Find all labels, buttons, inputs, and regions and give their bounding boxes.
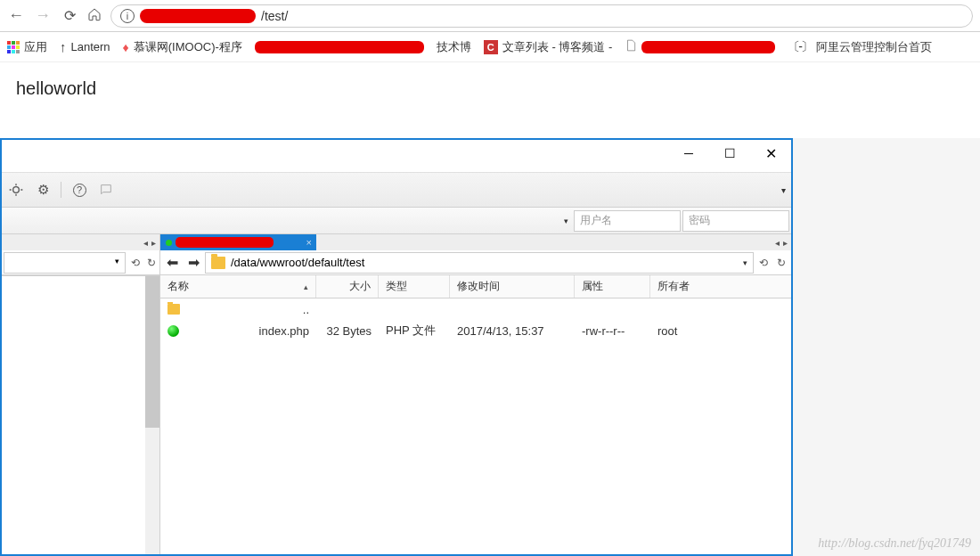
settings-icon[interactable]: ⚙ bbox=[34, 181, 52, 199]
redacted-bookmark-2 bbox=[641, 41, 775, 53]
url-path: /test/ bbox=[261, 9, 288, 23]
apps-label: 应用 bbox=[24, 39, 47, 55]
local-tabs: ◂ ▸ bbox=[2, 234, 159, 250]
remote-path-text: /data/wwwroot/default/test bbox=[231, 256, 364, 269]
folder-up-icon bbox=[167, 304, 180, 315]
apps-icon bbox=[7, 41, 20, 53]
col-type[interactable]: 类型 bbox=[379, 275, 450, 298]
remote-connection-tab[interactable]: × bbox=[160, 234, 316, 250]
tab-close-icon[interactable]: × bbox=[306, 237, 312, 248]
browser-navigation-bar: ← → ⟳ i /test/ bbox=[0, 0, 980, 32]
path-back-button[interactable]: ⬅ bbox=[162, 253, 182, 273]
password-field[interactable]: 密码 bbox=[682, 210, 789, 232]
remote-path-row: ⬅ ➡ /data/wwwroot/default/test ▾ ⟲ ↻ bbox=[160, 250, 791, 275]
page-body: helloworld bbox=[0, 62, 980, 138]
file-attrs: -rw-r--r-- bbox=[582, 324, 625, 338]
table-row[interactable]: index.php 32 Bytes PHP 文件 2017/4/13, 15:… bbox=[160, 320, 791, 341]
toolbar-icon-1[interactable] bbox=[7, 181, 25, 199]
bookmark-tech-suffix: 技术博 bbox=[437, 39, 471, 55]
quickconnect-bar: ▾ 用户名 密码 bbox=[2, 208, 791, 234]
tab-nav-left[interactable]: ◂ bbox=[143, 238, 148, 248]
local-pane: ◂ ▸ ▾ ⟲ ↻ bbox=[2, 234, 160, 554]
redacted-bookmark bbox=[255, 41, 424, 53]
home-button[interactable] bbox=[87, 7, 102, 25]
close-button[interactable]: ✕ bbox=[750, 140, 791, 167]
local-path-row: ▾ ⟲ ↻ bbox=[2, 250, 159, 275]
bookmark-lantern[interactable]: ↑ Lantern bbox=[60, 39, 110, 54]
file-type: PHP 文件 bbox=[386, 323, 436, 339]
bookmark-bar: 应用 ↑ Lantern ♦ 慕课网(IMOOC)-程序 技术博 C 文章列表 … bbox=[0, 32, 980, 62]
file-name: index.php bbox=[259, 324, 309, 338]
remote-file-list[interactable]: .. index.php 32 Bytes PHP 文件 2017/4/13, … bbox=[160, 298, 791, 554]
path-forward-button[interactable]: ➡ bbox=[184, 253, 203, 273]
toolbar-overflow[interactable]: ▾ bbox=[781, 185, 786, 195]
file-modified: 2017/4/13, 15:37 bbox=[457, 324, 544, 338]
remote-tab-strip: × ◂ ▸ bbox=[160, 234, 791, 250]
tab-nav-right[interactable]: ▸ bbox=[783, 238, 788, 248]
address-bar[interactable]: i /test/ bbox=[110, 4, 973, 28]
local-path-input[interactable]: ▾ bbox=[4, 252, 126, 274]
col-owner[interactable]: 所有者 bbox=[650, 275, 791, 298]
bookmark-imooc[interactable]: ♦ 慕课网(IMOOC)-程序 bbox=[123, 39, 242, 55]
username-field[interactable]: 用户名 bbox=[574, 210, 681, 232]
watermark: http://blog.csdn.net/fyq201749 bbox=[818, 536, 971, 551]
ftp-toolbar: ⚙ ? ▾ bbox=[2, 172, 791, 208]
back-button[interactable]: ← bbox=[7, 6, 25, 25]
col-name[interactable]: 名称▴ bbox=[160, 275, 316, 298]
local-file-list[interactable] bbox=[2, 275, 159, 554]
help-icon[interactable]: ? bbox=[70, 181, 88, 199]
svg-point-0 bbox=[13, 187, 20, 193]
reload-button[interactable]: ⟳ bbox=[61, 7, 78, 24]
file-list-header: 名称▴ 大小 类型 修改时间 属性 所有者 bbox=[160, 275, 791, 298]
lantern-icon: ↑ bbox=[60, 39, 67, 54]
local-refresh-button[interactable]: ↻ bbox=[143, 255, 159, 271]
php-file-icon bbox=[167, 325, 179, 337]
ftp-client-window: ─ ☐ ✕ ⚙ ? ▾ ▾ 用户名 密码 ◂ ▸ ▾ ⟲ bbox=[0, 138, 793, 556]
col-modified[interactable]: 修改时间 bbox=[450, 275, 575, 298]
page-text: helloworld bbox=[16, 78, 96, 98]
redacted-host bbox=[140, 9, 256, 23]
bookmark-csdn[interactable]: C 文章列表 - 博客频道 - bbox=[484, 39, 613, 55]
forward-button[interactable]: → bbox=[34, 6, 52, 25]
bookmark-redacted[interactable] bbox=[625, 39, 775, 54]
host-dropdown-arrow[interactable]: ▾ bbox=[564, 217, 568, 225]
local-sync-button[interactable]: ⟲ bbox=[127, 255, 143, 271]
connection-status-icon bbox=[166, 240, 172, 246]
remote-refresh-button[interactable]: ↻ bbox=[773, 255, 789, 271]
remote-sync-button[interactable]: ⟲ bbox=[755, 255, 772, 271]
bookmark-aliyun[interactable]: 〔-〕 阿里云管理控制台首页 bbox=[788, 39, 932, 55]
tab-nav-right[interactable]: ▸ bbox=[151, 238, 156, 248]
local-scrollbar[interactable] bbox=[145, 276, 159, 554]
folder-icon bbox=[211, 257, 225, 269]
col-size[interactable]: 大小 bbox=[316, 275, 379, 298]
chat-icon[interactable] bbox=[97, 181, 115, 199]
minimize-button[interactable]: ─ bbox=[668, 140, 709, 167]
site-info-icon[interactable]: i bbox=[120, 9, 135, 23]
flame-icon: ♦ bbox=[123, 40, 129, 54]
remote-pane: × ◂ ▸ ⬅ ➡ /data/wwwroot/default/test ▾ ⟲… bbox=[160, 234, 791, 554]
remote-path-input[interactable]: /data/wwwroot/default/test ▾ bbox=[205, 252, 754, 274]
file-owner: root bbox=[657, 324, 677, 338]
doc-icon bbox=[625, 39, 637, 54]
csdn-icon: C bbox=[484, 40, 498, 54]
col-attrs[interactable]: 属性 bbox=[575, 275, 650, 298]
tab-nav-left[interactable]: ◂ bbox=[775, 238, 780, 248]
parent-dir-row[interactable]: .. bbox=[160, 298, 791, 320]
aliyun-icon: 〔-〕 bbox=[788, 39, 812, 55]
window-titlebar[interactable]: ─ ☐ ✕ bbox=[2, 140, 791, 172]
file-size: 32 Bytes bbox=[326, 324, 372, 338]
redacted-host-tab bbox=[176, 237, 274, 248]
apps-shortcut[interactable]: 应用 bbox=[7, 39, 47, 55]
maximize-button[interactable]: ☐ bbox=[709, 140, 750, 167]
